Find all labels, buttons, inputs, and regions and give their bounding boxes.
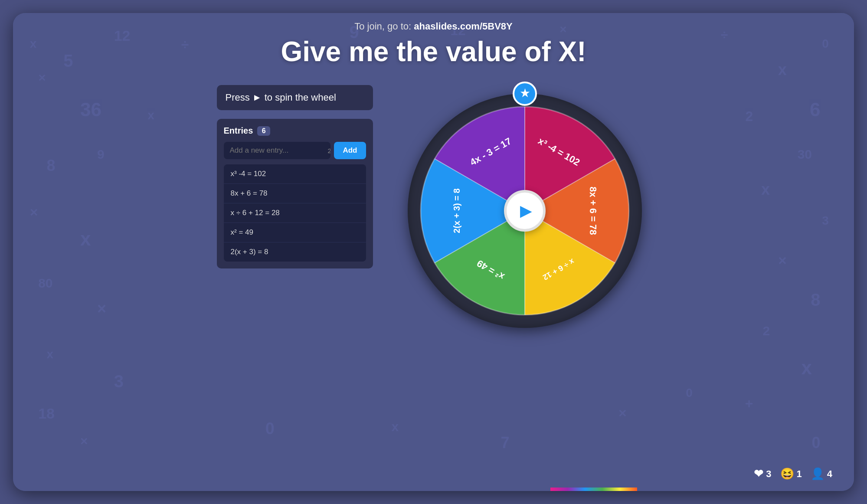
add-button[interactable]: Add	[334, 142, 366, 159]
bg-symbol: 18	[38, 405, 55, 422]
entries-label: Entries	[224, 126, 253, 136]
footer-stats: ❤ 3 😆 1 👤 4	[754, 467, 832, 481]
page-title: Give me the value of X!	[22, 36, 845, 68]
entry-input-wrap: 25	[224, 142, 331, 159]
wheel-container: ★	[399, 85, 651, 337]
laugh-stat: 😆 1	[780, 467, 802, 481]
add-row: 25 Add	[224, 142, 366, 159]
list-item: 2(x + 3) = 8	[224, 242, 366, 262]
bg-symbol: ×	[618, 405, 627, 421]
bg-symbol: 0	[686, 386, 693, 400]
wheel-pointer: ★	[512, 81, 538, 107]
bg-symbol: 0	[811, 434, 820, 452]
spin-center-button[interactable]: ▶	[504, 190, 546, 232]
entries-panel: Entries 6 25 Add x³ -4 = 102 8x + 6 = 78…	[217, 119, 373, 268]
bg-symbol: +	[745, 396, 753, 412]
bg-symbol: x	[47, 347, 54, 361]
bg-symbol: x	[392, 419, 399, 434]
svg-text:★: ★	[519, 86, 530, 100]
char-count: 25	[328, 147, 331, 154]
bg-symbol: 7	[501, 434, 510, 452]
user-icon: 👤	[811, 467, 824, 481]
heart-count: 3	[766, 468, 771, 480]
spin-bar-text: Press ► to spin the wheel	[226, 92, 336, 103]
left-panel: Press ► to spin the wheel Entries 6 25 A…	[217, 85, 373, 268]
entry-input[interactable]	[224, 142, 328, 159]
entries-count: 6	[257, 126, 270, 136]
join-url: ahaslides.com/5BV8Y	[414, 21, 512, 32]
join-text: To join, go to: ahaslides.com/5BV8Y	[22, 21, 845, 32]
list-item: 8x + 6 = 78	[224, 184, 366, 203]
user-stat: 👤 4	[811, 467, 832, 481]
heart-stat: ❤ 3	[754, 467, 771, 481]
bg-symbol: ×	[80, 434, 88, 448]
spin-bar: Press ► to spin the wheel	[217, 85, 373, 110]
rainbow-bar	[550, 488, 637, 491]
svg-text:8x + 6 = 78: 8x + 6 = 78	[588, 187, 599, 235]
entries-header: Entries 6	[224, 126, 366, 136]
list-item: x ÷ 6 + 12 = 28	[224, 203, 366, 223]
play-icon: ▶	[520, 202, 532, 220]
heart-icon: ❤	[754, 467, 763, 481]
bg-symbol: 0	[265, 419, 275, 438]
user-count: 4	[827, 468, 832, 480]
bg-symbol: 3	[114, 372, 124, 391]
bg-symbol: x	[802, 357, 812, 379]
laugh-count: 1	[797, 468, 802, 480]
list-item: x² = 49	[224, 223, 366, 242]
content-area: Press ► to spin the wheel Entries 6 25 A…	[13, 76, 854, 345]
header: To join, go to: ahaslides.com/5BV8Y Give…	[13, 13, 854, 68]
svg-text:2(x + 3) = 8: 2(x + 3) = 8	[452, 188, 461, 233]
list-item: x³ -4 = 102	[224, 164, 366, 184]
laugh-icon: 😆	[780, 467, 794, 481]
entries-list: x³ -4 = 102 8x + 6 = 78 x ÷ 6 + 12 = 28 …	[224, 164, 366, 262]
